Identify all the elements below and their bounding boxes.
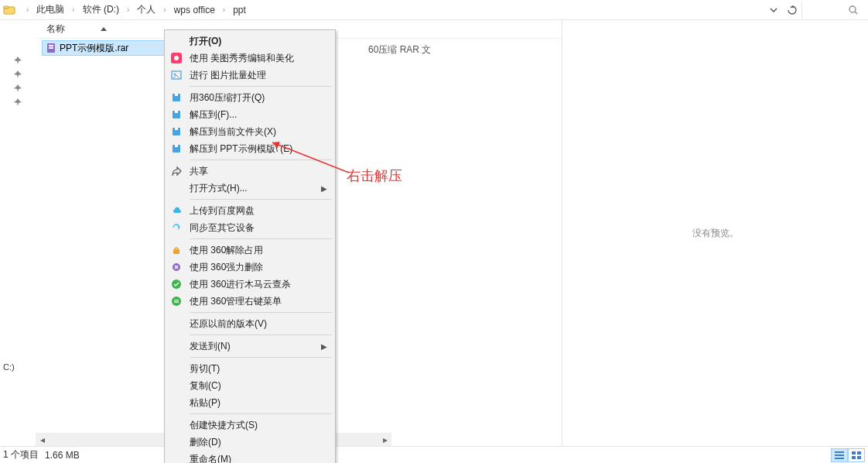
context-menu-item[interactable]: 同步至其它设备 <box>166 219 333 236</box>
menu-separator <box>190 357 332 358</box>
context-menu-item[interactable]: 使用 360管理右键菜单 <box>166 293 333 310</box>
context-menu-item[interactable]: 解压到(F)... <box>166 106 333 123</box>
menu-item-label: 使用 美图秀秀编辑和美化 <box>188 52 330 65</box>
del360-icon <box>166 262 186 273</box>
context-menu-item[interactable]: 复制(C) <box>166 377 333 394</box>
annotation-text: 右击解压 <box>347 166 402 185</box>
svg-rect-32 <box>857 456 861 459</box>
context-menu-item[interactable]: 粘贴(P) <box>166 394 333 411</box>
breadcrumb-item[interactable]: 软件 (D:) <box>80 2 122 18</box>
sync-icon <box>166 222 186 233</box>
chevron-right-icon: › <box>122 5 134 14</box>
search-icon <box>848 5 859 15</box>
folder-icon <box>3 4 15 16</box>
svg-rect-5 <box>49 45 53 46</box>
refresh-button[interactable] <box>784 2 800 18</box>
search-box[interactable] <box>801 2 865 19</box>
menu-item-label: 使用 360解除占用 <box>188 244 330 257</box>
context-menu-item[interactable]: 上传到百度网盘 <box>166 202 333 219</box>
menu-separator <box>190 413 332 414</box>
menu-item-label: 删除(D) <box>188 436 330 449</box>
breadcrumb[interactable]: › 此电脑 › 软件 (D:) › 个人 › wps office › ppt <box>15 2 764 18</box>
breadcrumb-item[interactable]: 此电脑 <box>33 2 67 18</box>
column-name[interactable]: 名称 <box>46 22 65 36</box>
menu-item-label: 重命名(M) <box>188 453 330 464</box>
svg-rect-28 <box>835 458 844 459</box>
context-menu-item[interactable]: 进行 图片批量处理 <box>166 67 333 84</box>
context-menu-item[interactable]: 使用 360解除占用 <box>166 242 333 259</box>
menu-item-label: 发送到(N) <box>188 340 320 353</box>
svg-point-10 <box>174 74 176 76</box>
main-area: C:) 名称 PPT示例模版.rar 60压缩 RAR 文 没有预览。 <box>0 20 868 446</box>
context-menu-item[interactable]: 重命名(M) <box>166 451 333 463</box>
cloud-icon <box>166 205 186 216</box>
menu-separator <box>190 86 332 87</box>
context-menu-item[interactable]: 剪切(T) <box>166 360 333 377</box>
svg-rect-23 <box>174 300 179 300</box>
context-menu-item[interactable]: 发送到(N)▶ <box>166 338 333 355</box>
svg-rect-27 <box>835 454 844 456</box>
archive-icon <box>166 126 186 137</box>
context-menu-item[interactable]: 使用 360进行木马云查杀 <box>166 276 333 293</box>
menu-item-label: 打开(O) <box>188 35 330 48</box>
status-bar: 1 个项目 1.66 MB <box>0 446 868 463</box>
context-menu-item[interactable]: 删除(D) <box>166 434 333 451</box>
context-menu-item[interactable]: 用360压缩打开(Q) <box>166 89 333 106</box>
pin-icon[interactable] <box>13 98 22 107</box>
menu-item-label: 剪切(T) <box>188 362 330 376</box>
menu-separator <box>190 238 332 239</box>
svg-rect-6 <box>49 47 53 49</box>
drive-label[interactable]: C:) <box>0 362 20 372</box>
scan360-icon <box>166 279 186 290</box>
share-icon <box>166 166 186 177</box>
menu-item-label: 粘贴(P) <box>188 396 330 410</box>
file-name: PPT示例模版.rar <box>60 42 128 55</box>
context-menu-item[interactable]: 使用 360强力删除 <box>166 259 333 276</box>
breadcrumb-item[interactable]: wps office <box>171 3 218 17</box>
svg-point-2 <box>849 6 856 12</box>
menu-separator <box>190 199 332 200</box>
pin-icon[interactable] <box>13 70 22 79</box>
svg-point-8 <box>174 56 179 60</box>
breadcrumb-item[interactable]: 个人 <box>134 2 159 18</box>
archive-icon <box>166 109 186 120</box>
menu-separator <box>190 334 332 335</box>
menu-item-label: 上传到百度网盘 <box>188 204 330 218</box>
svg-rect-18 <box>175 145 178 147</box>
chevron-right-icon: › <box>22 5 33 14</box>
sort-ascending-icon <box>101 27 107 31</box>
menu-item-label: 解压到当前文件夹(X) <box>188 125 330 139</box>
chevron-right-icon: › <box>67 5 79 14</box>
svg-rect-12 <box>175 94 178 96</box>
svg-line-25 <box>272 142 349 173</box>
menu-item-label: 用360压缩打开(Q) <box>188 91 330 105</box>
scroll-left-button[interactable]: ◂ <box>36 433 49 446</box>
svg-rect-19 <box>173 249 179 254</box>
menu-item-label: 使用 360进行木马云查杀 <box>188 278 330 291</box>
dropdown-history-button[interactable] <box>766 2 781 18</box>
menu-separator <box>190 312 332 313</box>
context-menu-item[interactable]: 使用 美图秀秀编辑和美化 <box>166 50 333 67</box>
context-menu-item[interactable]: 创建快捷方式(S) <box>166 417 333 434</box>
pin-icon[interactable] <box>13 56 22 65</box>
chevron-right-icon: › <box>218 5 230 14</box>
lock360-icon <box>166 245 186 256</box>
context-menu-item[interactable]: 还原以前的版本(V) <box>166 315 333 332</box>
scroll-right-button[interactable]: ▸ <box>378 433 391 446</box>
svg-rect-24 <box>174 302 179 303</box>
submenu-arrow-icon: ▶ <box>321 342 330 351</box>
svg-rect-1 <box>4 6 9 9</box>
svg-rect-29 <box>852 451 856 454</box>
large-icons-view-button[interactable] <box>848 448 865 462</box>
details-view-button[interactable] <box>831 448 848 462</box>
context-menu: 打开(O)使用 美图秀秀编辑和美化进行 图片批量处理用360压缩打开(Q)解压到… <box>164 29 336 463</box>
menu-item-label: 创建快捷方式(S) <box>188 419 330 432</box>
pin-icon[interactable] <box>13 84 22 93</box>
view-buttons <box>831 448 865 462</box>
context-menu-item[interactable]: 打开(O) <box>166 33 333 50</box>
submenu-arrow-icon: ▶ <box>321 184 330 193</box>
chevron-right-icon: › <box>159 5 170 14</box>
menu-item-label: 解压到(F)... <box>188 108 330 122</box>
breadcrumb-item[interactable]: ppt <box>230 3 249 17</box>
svg-rect-31 <box>852 456 856 459</box>
